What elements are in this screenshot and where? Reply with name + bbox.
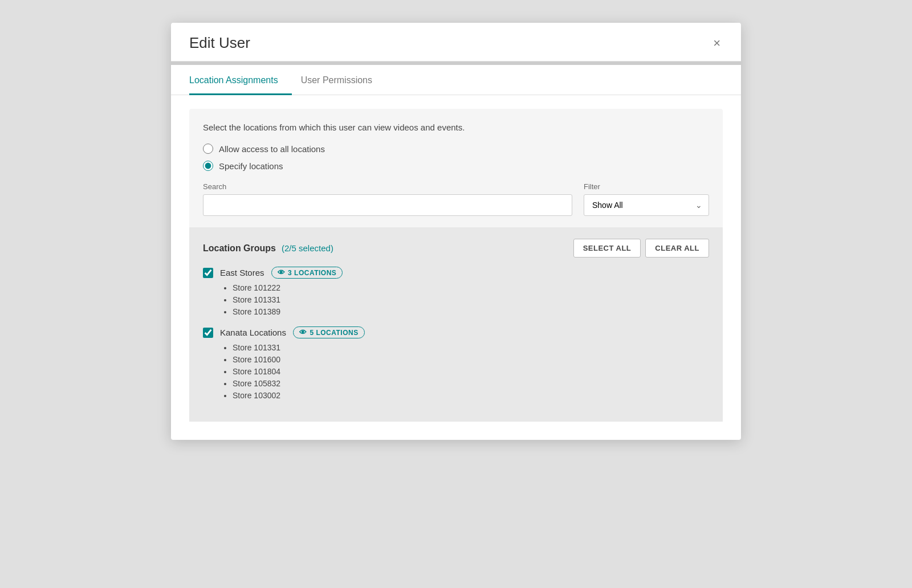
filter-select-wrapper: Show All Selected Unselected ⌄	[584, 194, 709, 216]
list-item: Store 101331	[233, 343, 709, 352]
search-label: Search	[203, 182, 572, 191]
list-item: Store 103002	[233, 391, 709, 400]
eye-icon: 👁	[299, 328, 307, 337]
location-groups-section: Location Groups (2/5 selected) SELECT AL…	[189, 227, 723, 422]
badge-count-east-stores: 3 LOCATIONS	[288, 269, 336, 277]
radio-specify-locations-input[interactable]	[203, 161, 213, 171]
location-groups-header: Location Groups (2/5 selected) SELECT AL…	[203, 239, 709, 258]
badge-count-kanata-locations: 5 LOCATIONS	[310, 329, 358, 337]
list-item: Store 101804	[233, 367, 709, 376]
radio-all-locations[interactable]: Allow access to all locations	[203, 144, 709, 154]
location-groups-title: Location Groups	[203, 243, 276, 254]
search-filter-row: Search Filter Show All Selected Unselect…	[203, 182, 709, 216]
clear-all-button[interactable]: CLEAR ALL	[645, 239, 709, 258]
locations-badge-kanata-locations: 👁 5 LOCATIONS	[293, 326, 365, 338]
checkbox-kanata-locations[interactable]	[203, 328, 213, 338]
search-input[interactable]	[203, 194, 572, 216]
filter-select[interactable]: Show All Selected Unselected	[584, 194, 709, 216]
radio-group: Allow access to all locations Specify lo…	[203, 144, 709, 171]
description-text: Select the locations from which this use…	[203, 122, 709, 132]
close-button[interactable]: ×	[711, 35, 723, 52]
store-list-east-stores: Store 101222 Store 101331 Store 101389	[203, 283, 709, 316]
list-item: Store 101389	[233, 307, 709, 316]
list-item: Store 105832	[233, 379, 709, 388]
list-item: Store 101222	[233, 283, 709, 292]
edit-user-modal: Edit User × Location Assignments User Pe…	[171, 23, 741, 440]
action-buttons: SELECT ALL CLEAR ALL	[573, 239, 709, 258]
list-item: Store 101600	[233, 355, 709, 364]
location-groups-title-area: Location Groups (2/5 selected)	[203, 243, 333, 254]
radio-all-locations-input[interactable]	[203, 144, 213, 154]
radio-specify-locations-label: Specify locations	[219, 161, 283, 171]
content-box: Select the locations from which this use…	[189, 109, 723, 422]
selected-count: (2/5 selected)	[282, 243, 333, 253]
group-header-kanata-locations: Kanata Locations 👁 5 LOCATIONS	[203, 326, 709, 338]
tab-user-permissions[interactable]: User Permissions	[301, 65, 386, 95]
group-name-kanata-locations: Kanata Locations	[220, 328, 286, 337]
eye-icon: 👁	[278, 268, 286, 277]
group-header-east-stores: East Stores 👁 3 LOCATIONS	[203, 267, 709, 279]
select-all-button[interactable]: SELECT ALL	[573, 239, 641, 258]
filter-label: Filter	[584, 182, 709, 191]
store-list-kanata-locations: Store 101331 Store 101600 Store 101804 S…	[203, 343, 709, 400]
group-item-kanata-locations: Kanata Locations 👁 5 LOCATIONS Store 101…	[203, 326, 709, 400]
modal-title: Edit User	[189, 34, 250, 52]
radio-all-locations-label: Allow access to all locations	[219, 144, 325, 154]
checkbox-east-stores[interactable]	[203, 268, 213, 278]
filter-field-group: Filter Show All Selected Unselected ⌄	[584, 182, 709, 216]
tab-bar: Location Assignments User Permissions	[171, 65, 741, 95]
modal-header: Edit User ×	[171, 23, 741, 62]
locations-badge-east-stores: 👁 3 LOCATIONS	[271, 267, 343, 279]
radio-specify-locations[interactable]: Specify locations	[203, 161, 709, 171]
group-item-east-stores: East Stores 👁 3 LOCATIONS Store 101222 S…	[203, 267, 709, 316]
tab-location-assignments[interactable]: Location Assignments	[189, 65, 292, 95]
modal-body: Select the locations from which this use…	[171, 95, 741, 440]
group-name-east-stores: East Stores	[220, 268, 264, 277]
search-field-group: Search	[203, 182, 572, 216]
list-item: Store 101331	[233, 295, 709, 304]
